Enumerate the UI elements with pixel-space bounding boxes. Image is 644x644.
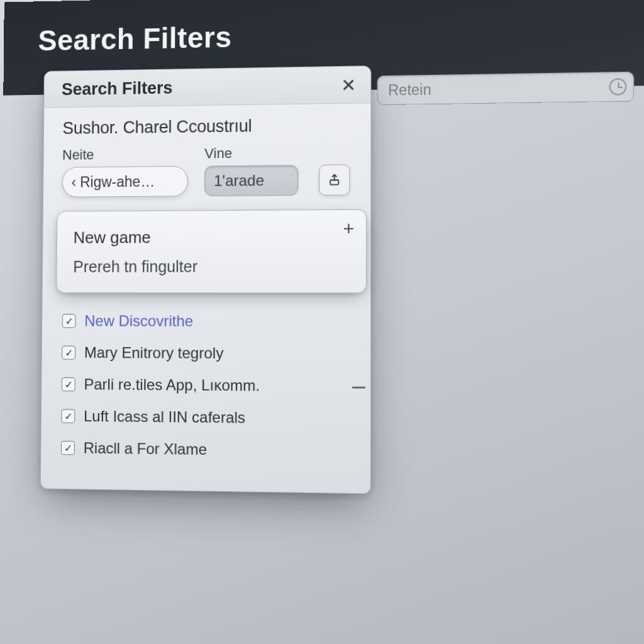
share-button[interactable] — [319, 164, 350, 195]
checkbox[interactable]: ✓ — [61, 409, 75, 423]
checkbox[interactable]: ✓ — [62, 314, 76, 328]
field-row: Neite ‹ Rigw-ahe… Vine 1'arade — [62, 144, 355, 197]
checklist: – ✓ New Discovrithe ✓ Mary Enitrory tegr… — [61, 312, 355, 460]
panel-subtitle: Sushor. Charel Ccoustrıul — [62, 115, 355, 138]
page-title: Search Filters — [38, 12, 622, 58]
close-icon[interactable]: ✕ — [338, 76, 358, 94]
vine-label: Vine — [204, 145, 299, 162]
list-item[interactable]: ✓ New Discovrithe — [62, 312, 355, 331]
checkbox[interactable]: ✓ — [61, 441, 75, 455]
filters-panel: Search Filters ✕ Sushor. Charel Ccoustrı… — [40, 65, 371, 494]
add-icon[interactable]: + — [343, 219, 354, 238]
panel-title: Search Filters — [62, 79, 173, 100]
collapse-icon[interactable]: – — [352, 372, 365, 400]
list-item-label: New Discovrithe — [84, 312, 193, 330]
list-item[interactable]: ✓ Parli re.tiles App, Lıĸomm. — [62, 375, 355, 396]
card-line-1[interactable]: New game — [74, 227, 353, 248]
retain-input[interactable]: Retein — [377, 72, 635, 105]
suggestion-card: + New game Prereh tn fingulter — [56, 209, 367, 293]
checkbox[interactable]: ✓ — [62, 377, 75, 391]
list-item-label: Luft Icass al IIN caferals — [84, 408, 245, 427]
list-item-label: Mary Enitrory tegroly — [84, 344, 224, 362]
neite-value: Rigw-ahe… — [80, 173, 155, 191]
panel-body: Sushor. Charel Ccoustrıul Neite ‹ Rigw-a… — [41, 103, 370, 493]
list-item-label: Riacll a For Xlame — [84, 439, 207, 458]
neite-label: Neite — [62, 146, 188, 164]
neite-select[interactable]: ‹ Rigw-ahe… — [62, 166, 188, 197]
list-item[interactable]: ✓ Luft Icass al IIN caferals — [61, 407, 355, 428]
vine-value: 1'arade — [214, 172, 264, 190]
card-line-2[interactable]: Prereh tn fingulter — [73, 257, 353, 276]
checkbox[interactable]: ✓ — [62, 345, 75, 359]
vine-field: Vine 1'arade — [204, 145, 299, 196]
panel-header: Search Filters ✕ — [44, 66, 370, 108]
chevron-left-icon: ‹ — [71, 174, 76, 191]
neite-field: Neite ‹ Rigw-ahe… — [62, 146, 188, 197]
share-icon — [327, 173, 341, 187]
vine-input[interactable]: 1'arade — [204, 165, 299, 196]
list-item[interactable]: ✓ Mary Enitrory tegroly — [62, 343, 355, 363]
list-item[interactable]: ✓ Riacll a For Xlame — [61, 439, 355, 460]
list-item-label: Parli re.tiles App, Lıĸomm. — [84, 375, 260, 395]
